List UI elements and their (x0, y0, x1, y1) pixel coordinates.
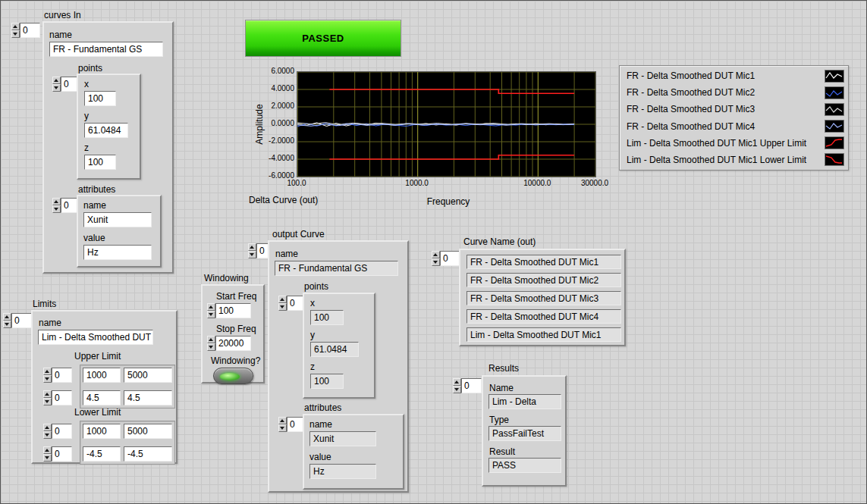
lower-freq-1-field[interactable]: 1000 (83, 424, 121, 439)
legend-item[interactable]: FR - Delta Smoothed DUT Mic3 (620, 101, 848, 117)
curves-in-label: curves In (44, 10, 81, 20)
curve-style-icon[interactable] (825, 70, 844, 83)
plot-area[interactable] (297, 71, 596, 177)
increment-button[interactable] (278, 417, 287, 424)
curve-name-index-control[interactable]: 0 (432, 251, 460, 266)
decrement-button[interactable] (43, 431, 52, 439)
increment-button[interactable] (432, 251, 440, 258)
windowing-toggle[interactable] (213, 368, 253, 384)
results-index-control[interactable]: 0 (453, 378, 482, 393)
increment-button[interactable] (43, 390, 52, 398)
limits-label: Limits (33, 299, 56, 309)
lower-value-2-field[interactable]: -4.5 (124, 446, 172, 462)
decrement-button[interactable] (43, 454, 52, 462)
index-value[interactable]: 0 (52, 424, 72, 439)
legend-item[interactable]: FR - Delta Smoothed DUT Mic2 (620, 84, 848, 101)
curve-style-icon[interactable] (825, 86, 844, 99)
points-cluster: x 100 y 61.0484 z 100 (303, 293, 375, 399)
results-label: Results (488, 363, 519, 374)
passed-indicator: PASSED (245, 20, 401, 57)
lower-freq-index-control[interactable]: 0 (43, 424, 72, 439)
decrement-button[interactable] (432, 258, 440, 266)
curve-style-icon[interactable] (825, 103, 844, 116)
decrement-button[interactable] (3, 321, 11, 328)
index-value[interactable]: 0 (461, 378, 482, 393)
stop-freq-control[interactable]: 20000 (207, 336, 251, 351)
curves-in-index-control[interactable]: 0 (11, 23, 40, 38)
increment-button[interactable] (52, 198, 61, 205)
increment-button[interactable] (248, 243, 256, 251)
x-field[interactable]: 100 (84, 91, 116, 106)
legend-item[interactable]: Lim - Delta Smoothed DUT Mic1 Upper Limi… (620, 135, 848, 152)
index-value[interactable]: 20000 (215, 336, 251, 351)
index-value[interactable]: 0 (52, 368, 72, 383)
points-label: points (304, 281, 328, 292)
decrement-button[interactable] (278, 424, 287, 432)
curve-style-icon[interactable] (825, 120, 844, 133)
legend-label: FR - Delta Smoothed DUT Mic3 (627, 104, 825, 114)
increment-button[interactable] (11, 23, 20, 30)
increment-button[interactable] (43, 424, 52, 431)
index-value[interactable]: 0 (11, 313, 32, 328)
curve-name-item: FR - Delta Smoothed DUT Mic3 (466, 291, 621, 305)
decrement-button[interactable] (11, 30, 20, 38)
index-value[interactable]: 0 (52, 446, 72, 462)
index-value[interactable]: 100 (215, 303, 251, 318)
y-field: 61.0484 (310, 342, 359, 357)
z-field[interactable]: 100 (84, 155, 116, 170)
limits-name-field[interactable]: Lim - Delta Smoothed DUT (38, 330, 153, 345)
decrement-button[interactable] (43, 398, 52, 405)
increment-button[interactable] (43, 368, 52, 375)
upper-freq-index-control[interactable]: 0 (43, 368, 72, 383)
delta-curve-graph: Amplitude Delta Curve (out) Frequency 6.… (247, 64, 627, 213)
start-freq-control[interactable]: 100 (207, 303, 251, 318)
lower-value-index-control[interactable]: 0 (43, 446, 72, 462)
decrement-button[interactable] (52, 84, 61, 92)
upper-freq-2-field[interactable]: 5000 (124, 368, 172, 383)
curve-style-icon[interactable] (825, 136, 844, 149)
decrement-button[interactable] (453, 386, 461, 393)
limits-index-control[interactable]: 0 (3, 313, 32, 328)
attr-name-field[interactable]: Xunit (83, 212, 152, 227)
legend-item[interactable]: FR - Delta Smoothed DUT Mic1 (620, 67, 848, 84)
index-value[interactable]: 0 (20, 23, 40, 38)
decrement-button[interactable] (43, 375, 52, 383)
curve-style-icon[interactable] (825, 153, 844, 166)
upper-value-2-field[interactable]: 4.5 (124, 390, 172, 405)
increment-button[interactable] (52, 77, 61, 84)
result-type-field: PassFailTest (488, 426, 561, 441)
increment-button[interactable] (43, 446, 52, 454)
increment-button[interactable] (3, 313, 11, 321)
x-field: 100 (310, 310, 344, 325)
lower-freq-2-field[interactable]: 5000 (124, 424, 172, 439)
increment-button[interactable] (207, 336, 215, 343)
lower-limit-label: Lower Limit (74, 407, 121, 418)
attr-name-label: name (83, 200, 106, 211)
decrement-button[interactable] (207, 343, 215, 351)
lower-value-1-field[interactable]: -4.5 (83, 446, 121, 462)
limits-name-label: name (39, 318, 61, 328)
decrement-button[interactable] (278, 303, 287, 311)
attr-value-field[interactable]: Hz (83, 245, 152, 260)
y-tick-label: 0.0000 (264, 118, 294, 129)
upper-value-1-field[interactable]: 4.5 (83, 390, 121, 405)
index-value[interactable]: 0 (440, 251, 460, 266)
decrement-button[interactable] (248, 251, 256, 258)
legend-item[interactable]: Lim - Delta Smoothed DUT Mic1 Lower Limi… (620, 152, 848, 168)
curve-name-item: FR - Delta Smoothed DUT Mic4 (466, 309, 621, 324)
curves-in-name-field[interactable]: FR - Fundamental GS (49, 42, 163, 57)
upper-freq-1-field[interactable]: 1000 (83, 368, 121, 383)
y-field[interactable]: 61.0484 (84, 123, 128, 138)
decrement-button[interactable] (207, 311, 215, 318)
attr-value-label: value (83, 233, 105, 243)
increment-button[interactable] (207, 303, 215, 311)
legend-label: FR - Delta Smoothed DUT Mic1 (627, 70, 825, 81)
legend-item[interactable]: FR - Delta Smoothed DUT Mic4 (620, 118, 848, 135)
windowing-cluster: Start Freq 100 Stop Freq 20000 Windowing… (201, 284, 265, 383)
increment-button[interactable] (278, 296, 287, 303)
decrement-button[interactable] (52, 205, 61, 213)
index-value[interactable]: 0 (52, 390, 72, 405)
upper-value-index-control[interactable]: 0 (43, 390, 72, 405)
attributes-label: attributes (78, 184, 115, 195)
increment-button[interactable] (453, 378, 461, 386)
